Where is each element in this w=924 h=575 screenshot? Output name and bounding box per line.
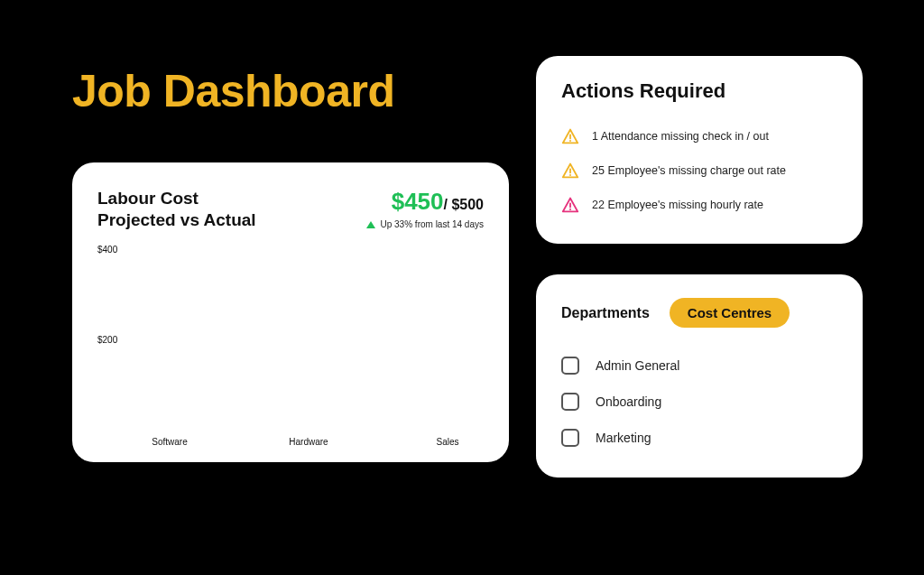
checkbox[interactable] (561, 429, 579, 447)
checkbox[interactable] (561, 393, 579, 411)
page-title: Job Dashboard (72, 65, 394, 117)
action-text: 22 Employee's missing hourly rate (592, 199, 763, 211)
action-text: 25 Employee's missing charge out rate (592, 164, 786, 177)
dept-tabs: Departments Cost Centres (561, 298, 837, 328)
trend-up-icon (366, 221, 375, 228)
checkbox-label: Onboarding (596, 394, 661, 409)
y-tick-400: $400 (97, 244, 117, 254)
actions-required-card: Actions Required 1 Attendance missing ch… (536, 56, 863, 244)
labour-header: Labour Cost Projected vs Actual $450/ $5… (97, 188, 484, 231)
action-text: 1 Attendance missing check in / out (592, 130, 769, 143)
x-tick: Sales (420, 437, 475, 447)
action-item[interactable]: 25 Employee's missing charge out rate (561, 153, 837, 188)
labour-value: $450 (392, 188, 444, 215)
actions-title: Actions Required (561, 79, 837, 103)
action-item[interactable]: 22 Employee's missing hourly rate (561, 188, 837, 222)
labour-title-line2: Projected vs Actual (97, 210, 256, 229)
labour-cost-card: Labour Cost Projected vs Actual $450/ $5… (72, 162, 509, 462)
list-item: Admin General (561, 348, 837, 384)
warning-icon (561, 128, 579, 144)
checkbox[interactable] (561, 357, 579, 375)
warning-icon (561, 162, 579, 179)
x-tick: Software (143, 437, 197, 447)
labour-sub: Up 33% from last 14 days (366, 219, 485, 229)
departments-card: Departments Cost Centres Admin GeneralOn… (536, 274, 863, 478)
labour-chart: $400 $200 (97, 249, 484, 430)
svg-point-3 (569, 174, 571, 176)
svg-point-5 (569, 209, 571, 210)
svg-point-1 (569, 140, 571, 142)
x-axis-labels: SoftwareHardwareSales (97, 430, 484, 447)
labour-denominator: / $500 (444, 197, 484, 212)
y-tick-200: $200 (97, 334, 117, 344)
checkbox-label: Marketing (596, 431, 651, 445)
checkbox-label: Admin General (596, 358, 679, 373)
labour-title: Labour Cost Projected vs Actual (97, 188, 256, 231)
warning-icon (561, 197, 579, 213)
x-tick: Hardware (282, 437, 336, 447)
labour-metric: $450/ $500 Up 33% from last 14 days (366, 188, 485, 229)
labour-title-line1: Labour Cost (97, 189, 199, 208)
tab-cost-centres[interactable]: Cost Centres (670, 298, 790, 328)
list-item: Onboarding (561, 384, 837, 420)
action-item[interactable]: 1 Attendance missing check in / out (561, 119, 837, 153)
tab-departments[interactable]: Departments (561, 305, 650, 321)
labour-sub-text: Up 33% from last 14 days (381, 219, 485, 229)
list-item: Marketing (561, 420, 837, 456)
